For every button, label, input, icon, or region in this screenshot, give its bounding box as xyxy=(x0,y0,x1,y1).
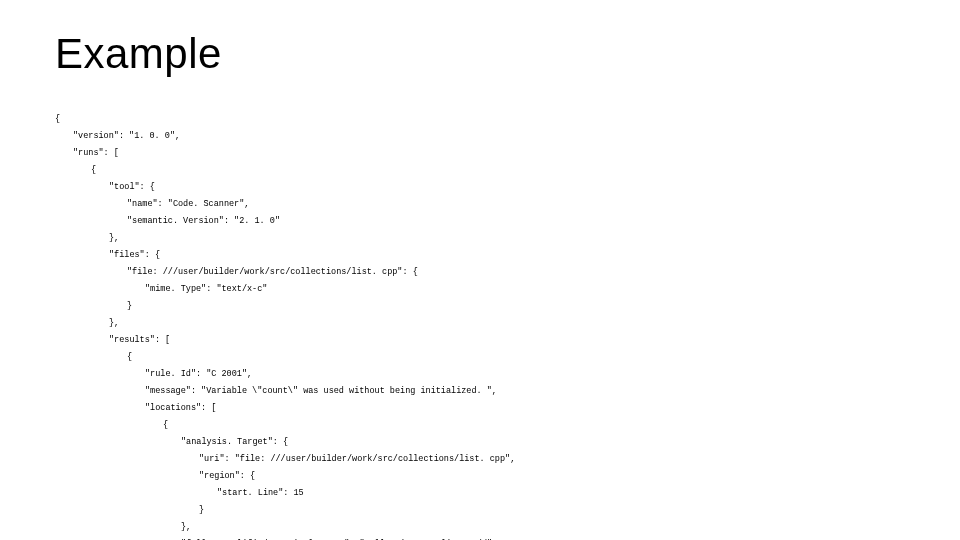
slide: Example { "version": "1. 0. 0", "runs": … xyxy=(0,0,960,540)
code-line: }, xyxy=(55,319,910,328)
code-line: }, xyxy=(55,234,910,243)
code-line: "name": "Code. Scanner", xyxy=(55,200,910,209)
code-line: "rule. Id": "C 2001", xyxy=(55,370,910,379)
code-line: { xyxy=(55,421,910,430)
code-line: } xyxy=(55,302,910,311)
code-line: "version": "1. 0. 0", xyxy=(55,132,910,141)
code-line: "results": [ xyxy=(55,336,910,345)
code-line: { xyxy=(55,115,910,124)
code-line: "mime. Type": "text/x-c" xyxy=(55,285,910,294)
code-line: "region": { xyxy=(55,472,910,481)
code-line: "message": "Variable \"count\" was used … xyxy=(55,387,910,396)
page-title: Example xyxy=(55,30,910,78)
code-line: "start. Line": 15 xyxy=(55,489,910,498)
code-line: "files": { xyxy=(55,251,910,260)
code-line: } xyxy=(55,506,910,515)
code-line: "file: ///user/builder/work/src/collecti… xyxy=(55,268,910,277)
code-line: "uri": "file: ///user/builder/work/src/c… xyxy=(55,455,910,464)
code-line: { xyxy=(55,166,910,175)
code-line: "locations": [ xyxy=(55,404,910,413)
code-line: }, xyxy=(55,523,910,532)
code-line: { xyxy=(55,353,910,362)
code-line: "semantic. Version": "2. 1. 0" xyxy=(55,217,910,226)
code-line: "tool": { xyxy=(55,183,910,192)
code-line: "runs": [ xyxy=(55,149,910,158)
code-example: { "version": "1. 0. 0", "runs": [ { "too… xyxy=(55,106,910,540)
code-line: "analysis. Target": { xyxy=(55,438,910,447)
